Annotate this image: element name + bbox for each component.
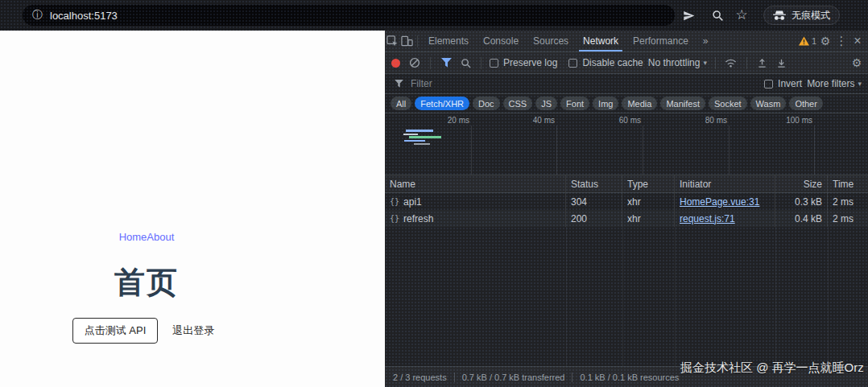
filter-funnel-icon[interactable]: [439, 56, 453, 70]
column-header-type[interactable]: Type: [622, 175, 675, 192]
filter-chip-wasm[interactable]: Wasm: [750, 97, 787, 110]
invert-label[interactable]: Invert: [778, 78, 802, 89]
request-initiator-cell: request.js:71: [675, 210, 775, 227]
xhr-file-icon: {}: [390, 214, 399, 223]
requests-summary: 2 / 3 requests: [393, 373, 447, 382]
filter-chip-js[interactable]: JS: [535, 97, 557, 110]
device-toolbar-icon[interactable]: [399, 34, 414, 48]
invert-checkbox[interactable]: [764, 80, 773, 89]
settings-gear-icon[interactable]: ⚙: [818, 34, 833, 48]
search-zoom-icon[interactable]: [710, 8, 725, 23]
network-conditions-icon[interactable]: [724, 56, 738, 70]
more-options-icon[interactable]: ⋮: [834, 34, 849, 48]
address-url: localhost:5173: [50, 10, 118, 22]
divider: [454, 373, 455, 382]
request-type-cell: xhr: [622, 193, 675, 210]
request-status-cell: 304: [566, 193, 622, 210]
more-filters-button[interactable]: More filters ▾: [807, 78, 862, 89]
incognito-badge[interactable]: 无痕模式: [763, 6, 840, 25]
more-tabs-icon[interactable]: »: [696, 31, 716, 51]
tab-sources[interactable]: Sources: [526, 31, 576, 51]
search-network-icon[interactable]: [458, 56, 473, 70]
filter-input[interactable]: [411, 78, 759, 89]
incognito-label: 无痕模式: [792, 9, 830, 23]
preserve-log-checkbox[interactable]: [490, 59, 498, 68]
request-time-cell: 2 ms: [828, 193, 868, 210]
test-api-button[interactable]: 点击测试 API: [72, 318, 159, 344]
network-filterbar: Invert More filters ▾: [385, 74, 868, 94]
column-header-name[interactable]: Name: [385, 175, 566, 192]
request-row-refresh[interactable]: {} refresh 200 xhr request.js:71 0.4 kB …: [385, 210, 868, 227]
requests-table-header: Name Status Type Initiator Size Time: [385, 175, 868, 193]
preserve-log-label[interactable]: Preserve log: [503, 57, 557, 68]
initiator-link[interactable]: HomePage.vue:31: [680, 196, 759, 208]
column-header-size[interactable]: Size: [775, 175, 828, 192]
filter-chip-fetch-xhr[interactable]: Fetch/XHR: [415, 97, 469, 110]
tick-label: 100 ms: [775, 116, 812, 125]
tab-performance[interactable]: Performance: [626, 31, 696, 51]
filter-chip-other[interactable]: Other: [789, 97, 823, 110]
warning-icon: [799, 36, 809, 46]
import-har-icon[interactable]: [755, 56, 770, 70]
request-status-cell: 200: [566, 210, 622, 227]
inspect-element-icon[interactable]: [385, 34, 399, 48]
gridline: [556, 126, 557, 175]
request-type-chips: All Fetch/XHR Doc CSS JS Font Img Media …: [385, 94, 868, 113]
column-divider: [675, 227, 676, 366]
page-title: 首页: [0, 262, 293, 303]
record-network-log-button[interactable]: [391, 59, 400, 68]
watermark: 掘金技术社区 @ 再学一点就睡Orz: [680, 360, 864, 376]
divider: [715, 57, 716, 69]
tab-network[interactable]: Network: [576, 31, 626, 51]
devtools-tabbar: Elements Console Sources Network Perform…: [385, 31, 868, 52]
bookmark-star-icon[interactable]: ☆: [734, 8, 749, 23]
filter-chip-manifest[interactable]: Manifest: [660, 97, 705, 110]
devtools-tabs: Elements Console Sources Network Perform…: [421, 31, 716, 51]
logout-button[interactable]: 退出登录: [166, 319, 221, 343]
filter-chip-css[interactable]: CSS: [503, 97, 533, 110]
column-divider: [566, 227, 567, 366]
clear-network-log-icon[interactable]: [407, 56, 422, 70]
column-header-time[interactable]: Time: [828, 175, 868, 192]
export-har-icon[interactable]: [775, 56, 789, 70]
paper-plane-icon: [683, 10, 695, 22]
magnifier-icon: [712, 10, 724, 22]
network-overview-timeline[interactable]: 20 ms 40 ms 60 ms 80 ms 100 ms: [385, 113, 868, 175]
tab-console[interactable]: Console: [476, 31, 526, 51]
nav-link-home[interactable]: Home: [119, 231, 147, 243]
filter-chip-media[interactable]: Media: [622, 97, 657, 110]
divider: [481, 57, 482, 69]
initiator-link[interactable]: request.js:71: [680, 213, 735, 224]
disable-cache-label[interactable]: Disable cache: [582, 57, 643, 68]
divider: [430, 57, 431, 69]
more-vert-glyph: ⋮: [836, 35, 848, 47]
tab-elements[interactable]: Elements: [421, 31, 476, 51]
request-name: api1: [403, 196, 422, 208]
disable-cache-checkbox[interactable]: [568, 59, 577, 68]
xhr-file-icon: {}: [390, 197, 399, 206]
nav-link-about[interactable]: About: [147, 231, 174, 243]
network-settings-gear-icon[interactable]: ⚙: [849, 56, 864, 70]
filter-chip-font[interactable]: Font: [560, 97, 589, 110]
request-name-cell: {} api1: [385, 193, 566, 210]
column-header-initiator[interactable]: Initiator: [675, 175, 775, 192]
incognito-icon: [773, 10, 786, 21]
request-name-cell: {} refresh: [385, 210, 566, 227]
filter-chip-socket[interactable]: Socket: [709, 97, 747, 110]
filter-chip-all[interactable]: All: [391, 97, 411, 110]
filter-chip-doc[interactable]: Doc: [473, 97, 500, 110]
address-bar[interactable]: ⓘ localhost:5173: [23, 5, 675, 26]
throttling-select[interactable]: No throttling ▾: [648, 57, 707, 68]
filter-chip-img[interactable]: Img: [593, 97, 618, 110]
gear-glyph: ⚙: [820, 35, 831, 47]
site-info-icon[interactable]: ⓘ: [32, 8, 43, 23]
column-divider: [828, 227, 829, 366]
request-row-api1[interactable]: {} api1 304 xhr HomePage.vue:31 0.3 kB 2…: [385, 193, 868, 210]
issues-counter[interactable]: 1: [799, 36, 816, 46]
tick-label: 60 ms: [604, 116, 641, 125]
column-header-status[interactable]: Status: [566, 175, 622, 192]
tick-label: 40 ms: [518, 116, 555, 125]
close-devtools-icon[interactable]: ×: [850, 34, 865, 48]
divider: [417, 35, 418, 47]
send-page-icon[interactable]: [681, 8, 696, 23]
